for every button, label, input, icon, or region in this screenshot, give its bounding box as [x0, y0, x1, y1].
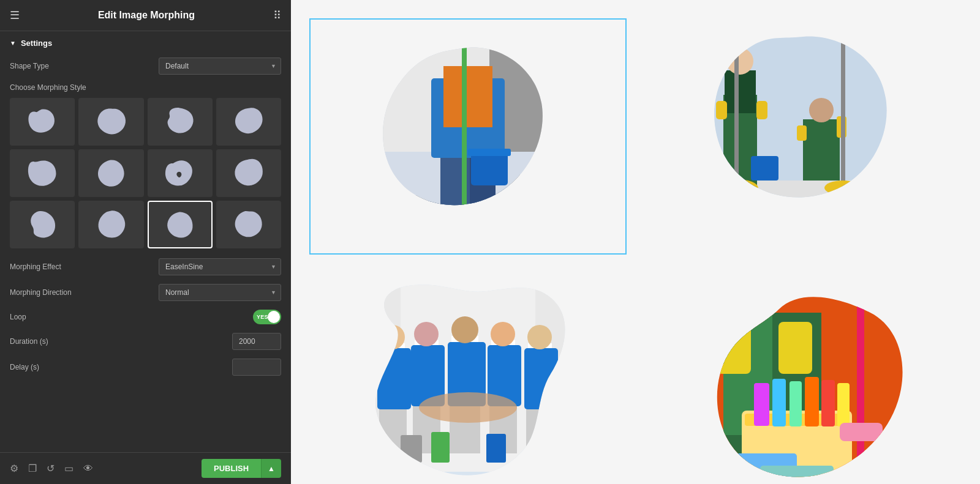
svg-point-30 [846, 192, 895, 206]
shape-grid [10, 98, 281, 248]
svg-rect-10 [471, 152, 508, 185]
svg-rect-73 [840, 423, 883, 441]
svg-point-54 [527, 325, 552, 349]
svg-rect-37 [377, 348, 411, 409]
sidebar: ☰ Edit Image Morphing ⠿ ▼ Settings Shape… [0, 0, 291, 484]
shape-cell-1[interactable] [78, 98, 143, 146]
svg-rect-70 [821, 380, 835, 426]
svg-rect-11 [468, 149, 511, 156]
svg-rect-53 [524, 348, 558, 409]
morphing-effect-select[interactable]: EaseInSine EaseOutSine EaseInOut Linear [159, 258, 281, 275]
shape-cell-8[interactable] [10, 201, 75, 248]
image-card-2[interactable] [645, 18, 962, 255]
morphing-effect-row: Morphing Effect EaseInSine EaseOutSine E… [10, 258, 281, 275]
svg-rect-62 [717, 325, 751, 374]
history-icon[interactable]: ↺ [47, 463, 55, 474]
svg-rect-17 [725, 70, 756, 113]
svg-point-50 [491, 322, 515, 346]
shape-cell-11[interactable] [216, 201, 281, 248]
shape-cell-5[interactable] [78, 149, 143, 197]
shape-cell-7[interactable] [216, 149, 281, 197]
svg-rect-66 [754, 383, 769, 426]
delay-input[interactable] [232, 359, 281, 376]
blob-svg-1 [367, 29, 569, 244]
settings-icon[interactable]: ⚙ [10, 463, 18, 474]
morphing-direction-select[interactable]: Normal Reverse Alternate [159, 284, 281, 301]
delay-label: Delay (s) [10, 363, 146, 371]
shape-cell-0[interactable] [10, 98, 75, 146]
shape-cell-3[interactable] [216, 98, 281, 146]
svg-rect-20 [756, 101, 767, 119]
image-card-4[interactable] [645, 273, 962, 484]
hamburger-icon[interactable]: ☰ [10, 9, 20, 22]
eye-icon[interactable]: 👁 [83, 463, 93, 474]
morphing-direction-label: Morphing Direction [10, 288, 146, 297]
svg-point-42 [414, 322, 439, 346]
svg-rect-71 [837, 383, 850, 426]
duration-input[interactable] [232, 333, 281, 350]
grid-icon[interactable]: ⠿ [273, 9, 281, 22]
blob-svg-3 [364, 276, 572, 484]
publish-button-group: PUBLISH ▲ [202, 459, 281, 478]
blob-svg-2 [699, 21, 907, 242]
shape-cell-2[interactable] [148, 98, 213, 146]
shape-type-label: Shape Type [10, 62, 146, 70]
image-grid [309, 18, 962, 484]
svg-point-38 [380, 325, 405, 349]
shape-cell-4[interactable] [10, 149, 75, 197]
image-card-1[interactable] [309, 18, 627, 255]
publish-arrow-button[interactable]: ▲ [261, 459, 281, 478]
svg-point-55 [419, 392, 517, 423]
loop-row: Loop YES [10, 310, 281, 324]
svg-point-22 [715, 179, 758, 196]
svg-rect-68 [790, 381, 802, 426]
settings-section: ▼ Settings Shape Type Default Custom Cho… [0, 31, 291, 452]
sidebar-bottom-toolbar: ⚙ ❐ ↺ ▭ 👁 PUBLISH ▲ [0, 452, 291, 484]
svg-rect-21 [734, 40, 739, 187]
svg-rect-28 [841, 34, 845, 187]
loop-label: Loop [10, 313, 146, 321]
image-card-3[interactable] [309, 273, 627, 484]
morphing-style-label: Choose Morphing Style [10, 83, 281, 92]
publish-button[interactable]: PUBLISH [202, 459, 261, 478]
device-icon[interactable]: ▭ [64, 463, 74, 474]
svg-point-18 [726, 48, 753, 75]
svg-rect-67 [772, 379, 786, 426]
bottom-icons-group: ⚙ ❐ ↺ ▭ 👁 [10, 463, 93, 474]
morphing-direction-row: Morphing Direction Normal Reverse Altern… [10, 284, 281, 301]
svg-rect-63 [778, 322, 812, 374]
shape-cell-9[interactable] [78, 201, 143, 248]
shape-type-select[interactable]: Default Custom [159, 58, 281, 75]
svg-rect-56 [401, 435, 422, 463]
toggle-yes-label: YES [257, 314, 268, 320]
duration-label: Duration (s) [10, 337, 146, 346]
svg-point-29 [824, 181, 861, 195]
svg-rect-24 [803, 119, 840, 181]
svg-rect-13 [466, 219, 497, 231]
morphing-direction-select-wrapper: Normal Reverse Alternate [159, 284, 281, 301]
svg-point-46 [451, 316, 478, 343]
morphing-effect-label: Morphing Effect [10, 262, 146, 271]
svg-point-25 [809, 98, 834, 122]
blob-svg-4 [699, 276, 907, 484]
shape-cell-6[interactable] [148, 149, 213, 197]
toggle-thumb [268, 311, 280, 323]
main-content [291, 0, 980, 484]
layers-icon[interactable]: ❐ [28, 463, 37, 474]
duration-row: Duration (s) [10, 333, 281, 350]
sidebar-header: ☰ Edit Image Morphing ⠿ [0, 0, 291, 31]
sidebar-title: Edit Image Morphing [98, 10, 195, 21]
settings-arrow-icon: ▼ [10, 40, 16, 47]
svg-point-9 [440, 218, 489, 233]
svg-rect-58 [486, 434, 506, 463]
shape-type-row: Shape Type Default Custom [10, 58, 281, 75]
loop-toggle[interactable]: YES [253, 310, 281, 324]
shape-cell-10[interactable] [148, 201, 213, 248]
loop-toggle-wrapper: YES [253, 310, 281, 324]
delay-row: Delay (s) [10, 359, 281, 376]
svg-rect-57 [431, 432, 450, 463]
svg-rect-12 [437, 219, 468, 231]
svg-rect-7 [443, 66, 492, 127]
settings-toggle[interactable]: ▼ Settings [10, 39, 281, 48]
svg-rect-19 [716, 101, 727, 119]
